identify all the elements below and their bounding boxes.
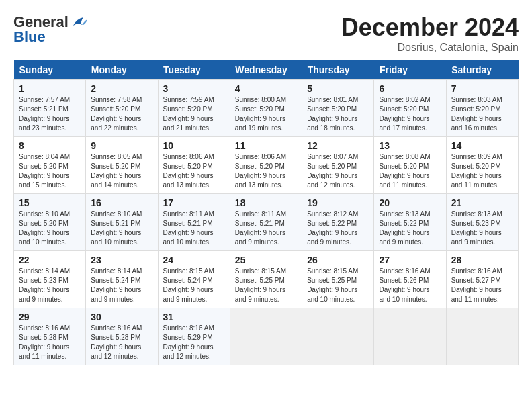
day-number: 9 (91, 140, 152, 151)
day-info: Sunrise: 8:11 AMSunset: 5:21 PMDaylight:… (235, 210, 286, 246)
day-info: Sunrise: 8:15 AMSunset: 5:25 PMDaylight:… (235, 267, 286, 303)
day-number: 10 (163, 140, 225, 151)
calendar-week-row: 22Sunrise: 8:14 AMSunset: 5:23 PMDayligh… (14, 251, 519, 308)
day-number: 15 (19, 197, 81, 208)
calendar-day-cell: 11Sunrise: 8:06 AMSunset: 5:20 PMDayligh… (230, 137, 302, 194)
day-number: 28 (451, 255, 513, 265)
calendar-day-cell: 21Sunrise: 8:13 AMSunset: 5:23 PMDayligh… (446, 194, 518, 251)
calendar-week-row: 1Sunrise: 7:57 AMSunset: 5:21 PMDaylight… (14, 80, 519, 137)
calendar-day-cell: 20Sunrise: 8:13 AMSunset: 5:22 PMDayligh… (374, 194, 446, 251)
day-number: 7 (451, 83, 513, 94)
day-number: 21 (451, 197, 513, 208)
calendar-day-cell: 28Sunrise: 8:16 AMSunset: 5:27 PMDayligh… (446, 251, 518, 308)
day-number: 20 (379, 197, 441, 208)
day-info: Sunrise: 8:04 AMSunset: 5:20 PMDaylight:… (19, 153, 70, 189)
calendar-day-cell: 12Sunrise: 8:07 AMSunset: 5:20 PMDayligh… (302, 137, 374, 194)
day-number: 19 (307, 197, 369, 208)
day-number: 25 (235, 255, 297, 265)
day-number: 14 (451, 140, 513, 151)
calendar-day-cell: 30Sunrise: 8:16 AMSunset: 5:28 PMDayligh… (86, 308, 158, 365)
day-info: Sunrise: 8:09 AMSunset: 5:20 PMDaylight:… (451, 153, 502, 189)
day-number: 29 (19, 312, 81, 322)
day-number: 23 (91, 255, 152, 265)
calendar-day-cell: 23Sunrise: 8:14 AMSunset: 5:24 PMDayligh… (86, 251, 158, 308)
weekday-header-monday: Monday (86, 60, 158, 80)
day-number: 22 (19, 255, 81, 265)
day-info: Sunrise: 8:16 AMSunset: 5:26 PMDaylight:… (379, 267, 430, 303)
day-number: 24 (163, 255, 225, 265)
calendar-day-cell: 5Sunrise: 8:01 AMSunset: 5:20 PMDaylight… (302, 80, 374, 137)
day-info: Sunrise: 8:15 AMSunset: 5:24 PMDaylight:… (163, 267, 214, 303)
calendar-day-cell: 10Sunrise: 8:06 AMSunset: 5:20 PMDayligh… (158, 137, 230, 194)
day-number: 3 (163, 83, 225, 94)
day-number: 2 (91, 83, 152, 94)
calendar-day-cell: 8Sunrise: 8:04 AMSunset: 5:20 PMDaylight… (14, 137, 86, 194)
day-info: Sunrise: 7:57 AMSunset: 5:21 PMDaylight:… (19, 96, 70, 132)
weekday-header-tuesday: Tuesday (158, 60, 230, 80)
calendar-day-cell: 9Sunrise: 8:05 AMSunset: 5:20 PMDaylight… (86, 137, 158, 194)
logo-bird-icon (70, 15, 89, 29)
page-header: General Blue December 2024 Dosrius, Cata… (13, 13, 519, 54)
calendar-day-cell: 16Sunrise: 8:10 AMSunset: 5:21 PMDayligh… (86, 194, 158, 251)
weekday-header-sunday: Sunday (14, 60, 86, 80)
day-info: Sunrise: 8:03 AMSunset: 5:20 PMDaylight:… (451, 96, 502, 132)
calendar-day-cell: 7Sunrise: 8:03 AMSunset: 5:20 PMDaylight… (446, 80, 518, 137)
day-info: Sunrise: 8:11 AMSunset: 5:21 PMDaylight:… (163, 210, 214, 246)
day-info: Sunrise: 8:00 AMSunset: 5:20 PMDaylight:… (235, 96, 286, 132)
day-number: 17 (163, 197, 225, 208)
day-number: 8 (19, 140, 81, 151)
calendar-week-row: 15Sunrise: 8:10 AMSunset: 5:20 PMDayligh… (14, 194, 519, 251)
calendar-day-cell (374, 308, 446, 365)
calendar-day-cell: 4Sunrise: 8:00 AMSunset: 5:20 PMDaylight… (230, 80, 302, 137)
weekday-header-thursday: Thursday (302, 60, 374, 80)
calendar-day-cell: 18Sunrise: 8:11 AMSunset: 5:21 PMDayligh… (230, 194, 302, 251)
day-info: Sunrise: 8:05 AMSunset: 5:20 PMDaylight:… (91, 153, 142, 189)
title-section: December 2024 Dosrius, Catalonia, Spain (341, 13, 519, 54)
day-info: Sunrise: 8:14 AMSunset: 5:23 PMDaylight:… (19, 267, 70, 303)
logo-blue: Blue (13, 28, 46, 46)
day-info: Sunrise: 8:10 AMSunset: 5:20 PMDaylight:… (19, 210, 70, 246)
calendar-day-cell: 22Sunrise: 8:14 AMSunset: 5:23 PMDayligh… (14, 251, 86, 308)
day-info: Sunrise: 8:01 AMSunset: 5:20 PMDaylight:… (307, 96, 358, 132)
day-info: Sunrise: 8:16 AMSunset: 5:27 PMDaylight:… (451, 267, 502, 303)
calendar-day-cell: 2Sunrise: 7:58 AMSunset: 5:20 PMDaylight… (86, 80, 158, 137)
day-number: 4 (235, 83, 297, 94)
calendar-day-cell: 6Sunrise: 8:02 AMSunset: 5:20 PMDaylight… (374, 80, 446, 137)
day-info: Sunrise: 8:06 AMSunset: 5:20 PMDaylight:… (163, 153, 214, 189)
calendar-day-cell: 17Sunrise: 8:11 AMSunset: 5:21 PMDayligh… (158, 194, 230, 251)
day-number: 12 (307, 140, 369, 151)
calendar-day-cell: 1Sunrise: 7:57 AMSunset: 5:21 PMDaylight… (14, 80, 86, 137)
day-info: Sunrise: 8:12 AMSunset: 5:22 PMDaylight:… (307, 210, 358, 246)
day-info: Sunrise: 8:13 AMSunset: 5:22 PMDaylight:… (379, 210, 430, 246)
calendar-day-cell: 19Sunrise: 8:12 AMSunset: 5:22 PMDayligh… (302, 194, 374, 251)
month-year-title: December 2024 (341, 13, 519, 42)
calendar-day-cell: 24Sunrise: 8:15 AMSunset: 5:24 PMDayligh… (158, 251, 230, 308)
calendar-day-cell: 29Sunrise: 8:16 AMSunset: 5:28 PMDayligh… (14, 308, 86, 365)
day-info: Sunrise: 8:08 AMSunset: 5:20 PMDaylight:… (379, 153, 430, 189)
calendar-day-cell (302, 308, 374, 365)
day-info: Sunrise: 8:16 AMSunset: 5:29 PMDaylight:… (163, 324, 214, 360)
day-number: 27 (379, 255, 441, 265)
calendar-day-cell: 3Sunrise: 7:59 AMSunset: 5:20 PMDaylight… (158, 80, 230, 137)
day-info: Sunrise: 8:14 AMSunset: 5:24 PMDaylight:… (91, 267, 142, 303)
day-number: 31 (163, 312, 225, 322)
day-number: 1 (19, 83, 81, 94)
day-info: Sunrise: 8:07 AMSunset: 5:20 PMDaylight:… (307, 153, 358, 189)
day-info: Sunrise: 8:13 AMSunset: 5:23 PMDaylight:… (451, 210, 502, 246)
location-subtitle: Dosrius, Catalonia, Spain (341, 42, 519, 54)
day-info: Sunrise: 8:16 AMSunset: 5:28 PMDaylight:… (19, 324, 70, 360)
calendar-body: 1Sunrise: 7:57 AMSunset: 5:21 PMDaylight… (14, 80, 519, 365)
calendar-day-cell: 15Sunrise: 8:10 AMSunset: 5:20 PMDayligh… (14, 194, 86, 251)
weekday-header-wednesday: Wednesday (230, 60, 302, 80)
calendar-day-cell: 13Sunrise: 8:08 AMSunset: 5:20 PMDayligh… (374, 137, 446, 194)
calendar-header-row: SundayMondayTuesdayWednesdayThursdayFrid… (14, 60, 519, 80)
calendar-table: SundayMondayTuesdayWednesdayThursdayFrid… (13, 60, 519, 365)
calendar-day-cell: 25Sunrise: 8:15 AMSunset: 5:25 PMDayligh… (230, 251, 302, 308)
calendar-day-cell: 27Sunrise: 8:16 AMSunset: 5:26 PMDayligh… (374, 251, 446, 308)
day-number: 11 (235, 140, 297, 151)
day-info: Sunrise: 8:06 AMSunset: 5:20 PMDaylight:… (235, 153, 286, 189)
day-number: 13 (379, 140, 441, 151)
calendar-day-cell (230, 308, 302, 365)
day-info: Sunrise: 7:59 AMSunset: 5:20 PMDaylight:… (163, 96, 214, 132)
weekday-header-friday: Friday (374, 60, 446, 80)
